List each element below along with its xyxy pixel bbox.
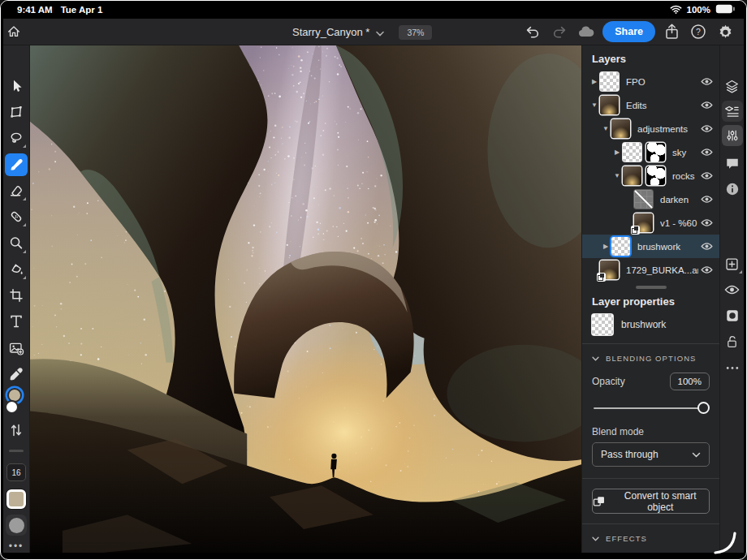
blend-mode-dropdown[interactable]: Pass through <box>592 442 710 467</box>
layer-visibility-eye-icon[interactable] <box>698 77 713 86</box>
add-layer-icon[interactable] <box>722 253 743 274</box>
rail-divider <box>9 450 24 452</box>
layer-thumbnail[interactable] <box>623 166 641 185</box>
chevron-down-icon <box>592 536 599 541</box>
visibility-icon[interactable] <box>722 279 743 300</box>
healing-tool[interactable] <box>5 205 28 228</box>
layer-row[interactable]: darken <box>582 187 719 211</box>
settings-gear-icon[interactable] <box>715 21 736 42</box>
canvas[interactable] <box>30 45 581 553</box>
eyedropper-tool[interactable] <box>5 363 28 386</box>
comment-icon[interactable] <box>722 153 743 174</box>
place-image-tool[interactable] <box>5 337 28 360</box>
opacity-value[interactable]: 100% <box>670 373 710 390</box>
title-chevron-icon[interactable] <box>376 25 384 40</box>
color-wells[interactable] <box>5 388 28 417</box>
layer-row[interactable]: ▶brushwork <box>582 235 719 258</box>
mask-icon[interactable] <box>722 305 743 326</box>
tool-rail: 16 ••• <box>3 45 30 553</box>
opacity-slider-knob[interactable] <box>697 402 710 414</box>
layer-thumbnail[interactable] <box>600 261 619 279</box>
battery-icon <box>715 4 735 15</box>
disclosure-triangle-icon[interactable]: ▼ <box>611 172 623 179</box>
disclosure-triangle-icon[interactable]: ▶ <box>600 243 611 250</box>
layer-row[interactable]: ▼Edits <box>582 93 719 117</box>
disclosure-triangle-icon[interactable]: ▼ <box>600 125 611 132</box>
lasso-tool[interactable] <box>5 127 28 149</box>
layer-thumbnail[interactable] <box>611 237 630 256</box>
brush-preview-swatch[interactable] <box>6 515 27 536</box>
layer-name: v1 - %60 <box>660 218 698 228</box>
layer-visibility-eye-icon[interactable] <box>698 195 713 204</box>
photoshop-app: Starry_Canyon * 37% Share <box>3 19 744 553</box>
layer-visibility-eye-icon[interactable] <box>698 218 713 227</box>
layer-thumbnail[interactable] <box>634 190 653 209</box>
disclosure-triangle-icon[interactable]: ▼ <box>589 101 600 109</box>
layer-properties-title: Layer properties <box>582 291 719 312</box>
disclosure-triangle-icon[interactable]: ▶ <box>611 149 623 156</box>
move-tool[interactable] <box>5 75 28 97</box>
layer-thumbnail[interactable] <box>611 119 630 138</box>
undo-button[interactable] <box>522 21 543 42</box>
panel-drag-handle[interactable] <box>636 286 667 289</box>
type-tool[interactable] <box>5 310 28 333</box>
unlock-icon[interactable] <box>722 331 743 352</box>
clock: 9:41 AM <box>17 5 53 15</box>
convert-to-smart-object-button[interactable]: Convert to smart object <box>592 489 710 514</box>
crop-tool[interactable] <box>5 284 28 307</box>
disclosure-triangle-icon[interactable]: ▶ <box>589 78 600 85</box>
magnify-tool[interactable] <box>5 232 28 255</box>
layer-name: 1729_BURKA...anced-NR33 <box>626 265 698 275</box>
brush-size-badge[interactable]: 16 <box>6 463 26 481</box>
adjustments-icon[interactable] <box>722 125 743 146</box>
layer-properties-icon[interactable] <box>722 101 743 122</box>
share-button[interactable]: Share <box>602 21 655 42</box>
effects-header[interactable]: EFFECTS <box>582 524 719 546</box>
layer-properties-thumbnail <box>592 314 613 335</box>
cloud-sync-icon[interactable] <box>576 21 597 42</box>
layer-row[interactable]: ▼rocks <box>582 164 719 187</box>
fill-tool[interactable] <box>5 258 28 281</box>
battery-percent: 100% <box>687 5 710 15</box>
layer-visibility-eye-icon[interactable] <box>698 242 713 251</box>
layer-row[interactable]: ▶sky <box>582 140 719 164</box>
layer-row[interactable]: v1 - %60 <box>582 211 719 235</box>
opacity-slider[interactable] <box>594 402 708 415</box>
layer-visibility-eye-icon[interactable] <box>698 124 713 133</box>
wifi-icon <box>670 5 682 15</box>
chevron-down-icon <box>692 449 701 460</box>
smart-object-badge-icon <box>631 226 640 235</box>
blending-options-header[interactable]: BLENDING OPTIONS <box>582 344 719 366</box>
layer-thumbnail[interactable] <box>634 213 653 232</box>
eraser-tool[interactable] <box>5 179 28 202</box>
layer-row[interactable]: ▶FPO <box>582 70 719 93</box>
layer-visibility-eye-icon[interactable] <box>698 148 713 157</box>
layer-mask-thumbnail[interactable] <box>646 166 665 185</box>
brush-tool[interactable] <box>5 153 28 176</box>
layer-visibility-eye-icon[interactable] <box>698 265 713 274</box>
layer-row[interactable]: 1729_BURKA...anced-NR33 <box>582 258 719 282</box>
transform-tool[interactable] <box>5 101 28 123</box>
zoom-level-badge[interactable]: 37% <box>399 25 432 40</box>
home-button[interactable] <box>3 21 24 42</box>
layer-mask-thumbnail[interactable] <box>646 143 665 162</box>
more-icon[interactable] <box>722 357 743 378</box>
help-icon[interactable]: ? <box>688 21 709 42</box>
layer-thumbnail[interactable] <box>600 96 619 114</box>
redo-button[interactable] <box>549 21 570 42</box>
tool-more-button[interactable]: ••• <box>9 541 24 552</box>
export-icon[interactable] <box>661 21 682 42</box>
background-color[interactable] <box>5 400 19 414</box>
layer-visibility-eye-icon[interactable] <box>698 101 713 110</box>
document-title[interactable]: Starry_Canyon * <box>292 26 369 38</box>
info-icon[interactable] <box>722 179 743 200</box>
swap-colors-tool[interactable] <box>5 419 28 442</box>
divider <box>582 478 719 479</box>
layers-icon[interactable] <box>722 75 743 97</box>
layer-row[interactable]: ▼adjustments <box>582 117 719 140</box>
layer-thumbnail[interactable] <box>600 72 619 91</box>
layer-thumbnail[interactable] <box>623 143 641 162</box>
brush-color-swatch[interactable] <box>6 489 26 509</box>
layer-visibility-eye-icon[interactable] <box>698 171 713 180</box>
chevron-down-icon <box>592 356 599 361</box>
